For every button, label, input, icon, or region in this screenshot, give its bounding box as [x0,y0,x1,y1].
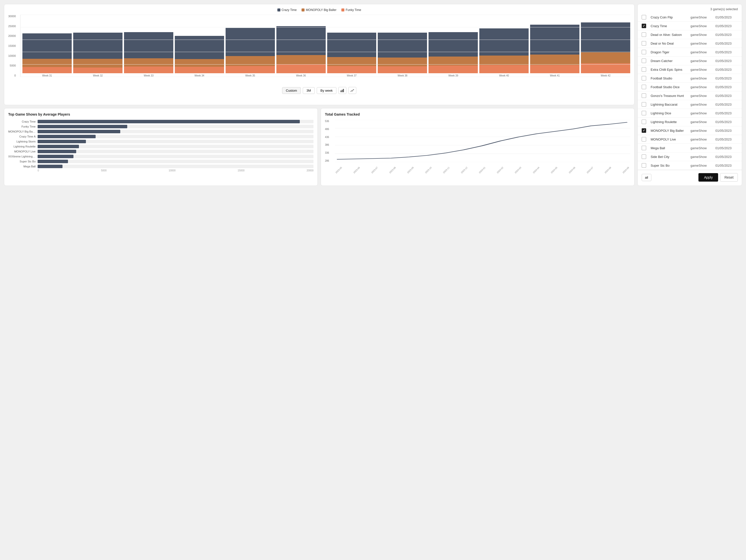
main-layout: Crazy TimeMONOPOLY Big BallerFunky Time … [4,4,742,186]
game-row[interactable]: Football StudiogameShow01/05/2023 [638,74,742,83]
bar-week-label: Week 38 [398,74,407,77]
game-checkbox[interactable] [642,155,646,159]
reset-button[interactable]: Reset [720,173,738,181]
game-checkbox[interactable] [642,76,646,81]
game-date: 01/05/2023 [715,77,738,80]
hbar-fill [37,155,74,158]
line-y-label: 436 [325,136,329,139]
game-checkbox[interactable] [642,59,646,63]
legend-label: Crazy Time [282,8,297,12]
bar-group[interactable]: Week 38 [378,33,427,77]
hbar-track [37,120,314,123]
bar-group[interactable]: Week 33 [124,32,173,77]
bar-group[interactable]: Week 34 [175,36,224,77]
apply-button[interactable]: Apply [698,173,718,181]
games-list-panel: 3 game(s) selected Crazy Coin FlipgameSh… [637,4,742,186]
bar-group[interactable]: Week 32 [73,33,122,77]
game-row[interactable]: Extra Chilli Epic SpinsgameShow01/05/202… [638,65,742,74]
bar-group[interactable]: Week 31 [22,33,72,77]
line-chart-icon-button[interactable] [348,87,356,94]
game-checkbox[interactable] [642,24,646,28]
game-row[interactable]: MONOPOLY LivegameShow01/05/2023 [638,135,742,144]
x-axis-label: 2023-09 [407,166,414,174]
bar-segment [378,58,427,66]
by-week-button[interactable]: By week [317,87,336,94]
game-row[interactable]: Super Sic BogameShow01/05/2023 [638,161,742,170]
game-type: gameShow [690,50,715,54]
line-svg-container [335,120,630,162]
game-row[interactable]: Crazy Coin FlipgameShow01/05/2023 [638,13,742,22]
game-row[interactable]: Gonzo's Treasure HuntgameShow01/05/2023 [638,91,742,100]
hbar-row: Super Sic Bo [8,160,314,163]
three-month-button[interactable]: 3M [303,87,315,94]
game-checkbox[interactable] [642,119,646,124]
game-row[interactable]: Dragon TigergameShow01/05/2023 [638,48,742,57]
hbar-x-label: 15000 [237,169,245,172]
x-axis-label: 2024-06 [568,166,576,174]
bar-segment [378,66,427,73]
game-name: Super Sic Bo [651,164,690,167]
hbar-label: Crazy Time A [8,135,36,138]
game-row[interactable]: Lightning DicegameShow01/05/2023 [638,109,742,118]
legend-color [341,8,344,11]
game-checkbox[interactable] [642,93,646,98]
y-axis: 300002500020000150001000050000 [8,15,17,77]
line-y-label: 486 [325,128,329,131]
line-chart-panel: Total Games Tracked 536486436386336286 2… [321,108,634,186]
game-name: Lightning Baccarat [651,103,690,106]
bar-group[interactable]: Week 39 [429,32,478,77]
hbar-label: Mega Ball [8,165,36,168]
game-type: gameShow [690,24,715,28]
bar-week-label: Week 39 [449,74,458,77]
custom-button[interactable]: Custom [282,87,301,94]
bar-segment [73,67,122,73]
all-button[interactable]: all [642,174,651,181]
game-row[interactable]: Lightning BaccaratgameShow01/05/2023 [638,100,742,109]
bar-group[interactable]: Week 37 [327,33,376,77]
game-row[interactable]: Dream CatchergameShow01/05/2023 [638,57,742,65]
hbar-track [37,160,314,163]
bar-group[interactable]: Week 41 [530,25,579,77]
game-checkbox[interactable] [642,85,646,89]
game-row[interactable]: Lightning RoulettegameShow01/05/2023 [638,118,742,126]
bar-week-label: Week 36 [296,74,306,77]
legend-label: MONOPOLY Big Baller [306,8,336,12]
games-list[interactable]: Crazy Coin FlipgameShow01/05/2023Crazy T… [638,13,742,170]
bar-group[interactable]: Week 42 [581,22,630,77]
game-checkbox[interactable] [642,102,646,107]
game-row[interactable]: Crazy TimegameShow01/05/2023 [638,22,742,30]
bar-week-label: Week 33 [144,74,153,77]
game-checkbox[interactable] [642,146,646,150]
game-row[interactable]: Football Studio DicegameShow01/05/2023 [638,83,742,91]
bar-group[interactable]: Week 36 [277,26,326,77]
game-row[interactable]: Mega BallgameShow01/05/2023 [638,144,742,152]
game-checkbox[interactable] [642,15,646,20]
game-date: 01/05/2023 [715,24,738,28]
hbar-fill [37,165,62,168]
game-row[interactable]: MONOPOLY Big BallergameShow01/05/2023 [638,126,742,135]
hbar-track [37,140,314,143]
game-row[interactable]: Dead or Alive: SaloongameShow01/05/2023 [638,30,742,39]
bar-chart-icon-button[interactable] [338,87,346,94]
hbar-row: Crazy Time A [8,135,314,138]
game-checkbox[interactable] [642,41,646,46]
bar-group[interactable]: Week 40 [479,28,528,77]
games-footer: all Apply Reset [638,170,742,183]
game-checkbox[interactable] [642,163,646,168]
game-checkbox[interactable] [642,50,646,54]
game-checkbox[interactable] [642,32,646,37]
hbar-track [37,130,314,133]
bar-group[interactable]: Week 35 [226,28,275,77]
game-name: MONOPOLY Big Baller [651,129,690,133]
bar-segment [277,55,326,64]
game-row[interactable]: Deal or No DealgameShow01/05/2023 [638,39,742,48]
game-checkbox[interactable] [642,67,646,72]
game-type: gameShow [690,103,715,106]
hbar-x-label: 5000 [101,169,107,172]
game-checkbox[interactable] [642,111,646,115]
game-checkbox[interactable] [642,128,646,133]
bar-segment [530,25,579,55]
game-row[interactable]: Side Bet CitygameShow01/05/2023 [638,152,742,161]
game-checkbox[interactable] [642,137,646,141]
bar-week-label: Week 35 [245,74,255,77]
